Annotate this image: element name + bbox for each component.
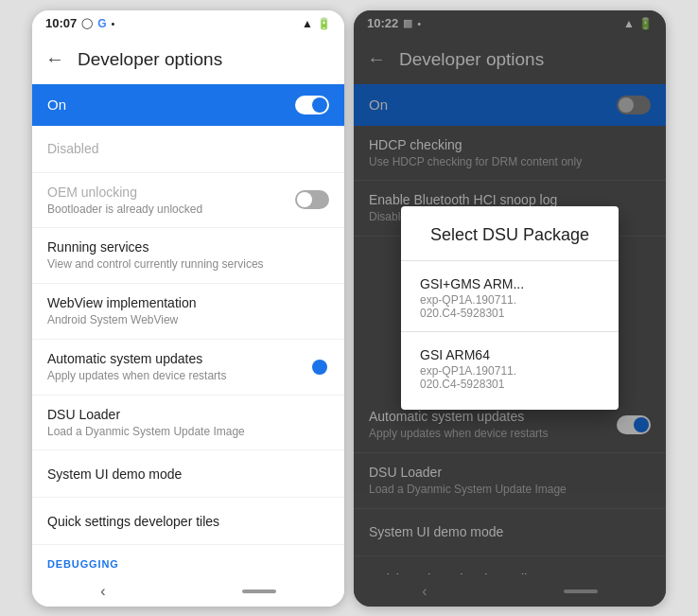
item-title-dsu: DSU Loader [47, 406, 329, 423]
google-icon-left: ◯ [81, 17, 93, 29]
status-bar-right-icons-left: ▲ 🔋 [302, 17, 331, 30]
item-subtitle-webview: Android System WebView [47, 313, 329, 328]
nav-back-left[interactable]: ‹ [100, 583, 105, 600]
dialog-title: Select DSU Package [401, 225, 619, 260]
item-title-quicksettings: Quick settings developer tiles [47, 513, 329, 530]
status-bar-left: 10:07 ◯ G • ▲ 🔋 [32, 10, 344, 35]
dot-left: • [112, 18, 115, 29]
on-label-left: On [47, 97, 66, 113]
wifi-icon-left: ▲ [302, 17, 313, 30]
right-phone: 10:22 ▩ • ▲ 🔋 ← Developer options On HDC… [354, 10, 666, 607]
list-item[interactable]: Disabled [32, 126, 344, 173]
back-button-left[interactable]: ← [45, 48, 64, 70]
status-bar-left-icons: 10:07 ◯ G • [45, 16, 114, 30]
list-item[interactable]: Automatic system updates Apply updates w… [32, 340, 344, 396]
item-title-oem: OEM unlocking [47, 184, 295, 201]
on-bar-left: On [32, 84, 344, 126]
page-title-left: Developer options [78, 49, 222, 70]
battery-icon-left: 🔋 [317, 17, 331, 30]
bottom-bar-left: ‹ [32, 574, 344, 607]
dialog-divider-2 [401, 331, 619, 332]
list-item[interactable]: DSU Loader Load a Dyanmic System Update … [32, 396, 344, 451]
left-phone: 10:07 ◯ G • ▲ 🔋 ← Developer options On D… [32, 10, 344, 607]
item-title-autoupdate: Automatic system updates [47, 350, 295, 367]
dialog-divider [401, 260, 619, 261]
status-time-left: 10:07 [45, 16, 77, 30]
list-item[interactable]: Running services View and control curren… [32, 228, 344, 284]
dialog-item-gsi-gms[interactable]: GSI+GMS ARM... exp-QP1A.190711.020.C4-59… [401, 265, 619, 331]
item-subtitle-oem: Bootloader is already unlocked [47, 202, 295, 218]
dialog-item-gsi-arm64[interactable]: GSI ARM64 exp-QP1A.190711.020.C4-5928301 [401, 336, 619, 402]
settings-list-left: Disabled OEM unlocking Bootloader is alr… [32, 126, 344, 574]
item-title-disabled: Disabled [47, 140, 329, 157]
autoupdate-toggle[interactable] [295, 358, 329, 377]
dialog-item-title-gsi-gms: GSI+GMS ARM... [420, 276, 600, 291]
toolbar-left: ← Developer options [32, 35, 344, 84]
list-item[interactable]: WebView implementation Android System We… [32, 284, 344, 340]
item-subtitle-autoupdate: Apply updates when device restarts [47, 369, 295, 384]
dialog-overlay: Select DSU Package GSI+GMS ARM... exp-QP… [354, 10, 666, 607]
item-subtitle-dsu: Load a Dyanmic System Update Image [47, 425, 329, 440]
item-title-running: Running services [47, 238, 329, 255]
dialog-item-subtitle-gsi-gms: exp-QP1A.190711.020.C4-5928301 [420, 293, 600, 320]
oem-toggle[interactable] [295, 190, 329, 209]
list-item[interactable]: OEM unlocking Bootloader is already unlo… [32, 173, 344, 229]
g-logo-left: G [97, 17, 106, 30]
on-toggle-left[interactable] [295, 96, 329, 114]
home-indicator-left [242, 590, 276, 593]
dialog-item-subtitle-gsi-arm64: exp-QP1A.190711.020.C4-5928301 [420, 364, 600, 391]
list-item[interactable]: Quick settings developer tiles [32, 498, 344, 545]
section-header-debugging: DEBUGGING [32, 545, 344, 573]
item-title-webview: WebView implementation [47, 294, 329, 311]
item-title-systemui: System UI demo mode [47, 466, 329, 483]
list-item[interactable]: System UI demo mode [32, 450, 344, 498]
dialog-item-title-gsi-arm64: GSI ARM64 [420, 347, 600, 362]
select-dsu-dialog: Select DSU Package GSI+GMS ARM... exp-QP… [401, 206, 619, 410]
item-subtitle-running: View and control currently running servi… [47, 257, 329, 273]
